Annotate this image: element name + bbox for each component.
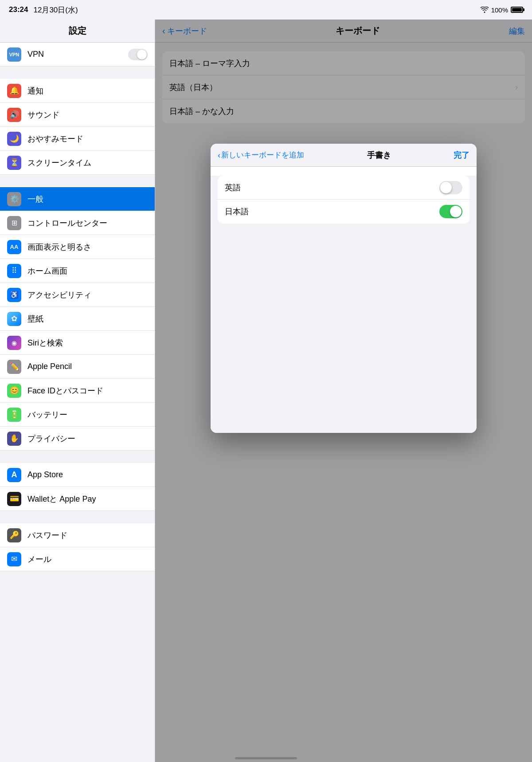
settings-item-general[interactable]: ⚙️一般 xyxy=(0,187,155,211)
siri-icon: ◉ xyxy=(7,336,21,350)
modal-overlay[interactable]: ‹ 新しいキーボードを追加 手書き 完了 英語日本語 xyxy=(155,20,532,762)
mail-icon: ✉ xyxy=(7,552,21,566)
modal-back-chevron-icon: ‹ xyxy=(218,150,220,160)
handwriting-modal: ‹ 新しいキーボードを追加 手書き 完了 英語日本語 xyxy=(211,144,477,433)
settings-item-password[interactable]: 🔑パスワード xyxy=(0,523,155,547)
settings-item-privacy[interactable]: ✋プライバシー xyxy=(0,427,155,451)
modal-header: ‹ 新しいキーボードを追加 手書き 完了 xyxy=(211,144,477,167)
applepencil-label: Apple Pencil xyxy=(27,362,148,371)
control-label: コントロールセンター xyxy=(27,218,148,228)
privacy-icon: ✋ xyxy=(7,432,21,446)
appstore-icon: A xyxy=(7,468,21,482)
faceid-label: Face IDとパスコード xyxy=(27,385,148,396)
modal-done-button[interactable]: 完了 xyxy=(454,150,469,161)
settings-item-display[interactable]: AA画面表示と明るさ xyxy=(0,235,155,259)
donotdisturb-label: おやすみモード xyxy=(27,134,148,144)
notification-label: 通知 xyxy=(27,86,148,96)
status-right: 100% xyxy=(481,6,523,14)
settings-title: 設定 xyxy=(69,25,86,37)
modal-lang-label-1: 日本語 xyxy=(225,206,439,217)
settings-item-wallpaper[interactable]: ✿壁紙 xyxy=(0,307,155,331)
home-label: ホーム画面 xyxy=(27,266,148,276)
status-time: 23:24 xyxy=(9,5,28,14)
modal-content: 英語日本語 xyxy=(211,176,477,433)
modal-back-label: 新しいキーボードを追加 xyxy=(221,150,304,160)
settings-item-accessibility[interactable]: ♿アクセシビリティ xyxy=(0,283,155,307)
settings-list: VPNVPN🔔通知🔊サウンド🌙おやすみモード⏳スクリーンタイム⚙️一般⊞コントロ… xyxy=(0,43,155,571)
vpn-icon: VPN xyxy=(7,47,21,62)
modal-lang-item-1[interactable]: 日本語 xyxy=(218,200,469,224)
control-icon: ⊞ xyxy=(7,216,21,230)
password-label: パスワード xyxy=(27,530,148,541)
password-icon: 🔑 xyxy=(7,528,21,542)
modal-lang-item-0[interactable]: 英語 xyxy=(218,176,469,200)
notification-icon: 🔔 xyxy=(7,84,21,98)
battery-percentage: 100% xyxy=(491,6,508,14)
applepencil-icon: ✏️ xyxy=(7,360,21,374)
settings-item-wallet[interactable]: 💳Walletと Apple Pay xyxy=(0,487,155,511)
status-bar: 23:24 12月30日(水) 100% xyxy=(0,0,532,20)
accessibility-icon: ♿ xyxy=(7,288,21,302)
mail-label: メール xyxy=(27,554,148,565)
settings-item-donotdisturb[interactable]: 🌙おやすみモード xyxy=(0,127,155,151)
general-label: 一般 xyxy=(27,194,148,204)
screentime-label: スクリーンタイム xyxy=(27,157,148,168)
vpn-label: VPN xyxy=(27,50,128,59)
battery-icon: 🔋 xyxy=(7,408,21,422)
settings-item-applepencil[interactable]: ✏️Apple Pencil xyxy=(0,355,155,379)
faceid-icon: 😊 xyxy=(7,384,21,398)
status-date: 12月30日(水) xyxy=(33,5,78,15)
modal-language-section: 英語日本語 xyxy=(218,176,469,224)
wallet-label: Walletと Apple Pay xyxy=(27,494,148,504)
settings-item-appstore[interactable]: AApp Store xyxy=(0,463,155,487)
settings-item-sound[interactable]: 🔊サウンド xyxy=(0,103,155,127)
sound-icon: 🔊 xyxy=(7,108,21,122)
battery-label: バッテリー xyxy=(27,409,148,420)
accessibility-label: アクセシビリティ xyxy=(27,290,148,300)
settings-item-mail[interactable]: ✉メール xyxy=(0,547,155,571)
left-panel: 設定 VPNVPN🔔通知🔊サウンド🌙おやすみモード⏳スクリーンタイム⚙️一般⊞コ… xyxy=(0,20,155,762)
wallpaper-label: 壁紙 xyxy=(27,314,148,324)
vpn-toggle[interactable] xyxy=(128,49,148,60)
privacy-label: プライバシー xyxy=(27,433,148,444)
settings-item-faceid[interactable]: 😊Face IDとパスコード xyxy=(0,379,155,403)
wallpaper-icon: ✿ xyxy=(7,312,21,326)
settings-item-notification[interactable]: 🔔通知 xyxy=(0,79,155,103)
right-panel: ‹ キーボード キーボード 編集 日本語 – ローマ字入力英語（日本）›日本語 … xyxy=(155,20,532,762)
left-header: 設定 xyxy=(0,20,155,43)
wallet-icon: 💳 xyxy=(7,492,21,506)
modal-lang-toggle-0[interactable] xyxy=(439,181,462,194)
settings-item-siri[interactable]: ◉Siriと検索 xyxy=(0,331,155,355)
settings-item-screentime[interactable]: ⏳スクリーンタイム xyxy=(0,151,155,175)
wifi-icon xyxy=(481,7,489,13)
settings-item-control[interactable]: ⊞コントロールセンター xyxy=(0,211,155,235)
modal-title: 手書き xyxy=(367,150,391,161)
battery-icon xyxy=(511,7,523,13)
donotdisturb-icon: 🌙 xyxy=(7,132,21,146)
screentime-icon: ⏳ xyxy=(7,156,21,170)
general-icon: ⚙️ xyxy=(7,192,21,206)
settings-item-vpn[interactable]: VPNVPN xyxy=(0,43,155,67)
settings-item-battery[interactable]: 🔋バッテリー xyxy=(0,403,155,427)
display-label: 画面表示と明るさ xyxy=(27,242,148,252)
main-layout: 設定 VPNVPN🔔通知🔊サウンド🌙おやすみモード⏳スクリーンタイム⚙️一般⊞コ… xyxy=(0,20,532,762)
appstore-label: App Store xyxy=(27,470,148,479)
sound-label: サウンド xyxy=(27,110,148,120)
settings-item-home[interactable]: ⠿ホーム画面 xyxy=(0,259,155,283)
siri-label: Siriと検索 xyxy=(27,338,148,348)
display-icon: AA xyxy=(7,240,21,254)
modal-lang-toggle-1[interactable] xyxy=(439,205,462,218)
home-icon: ⠿ xyxy=(7,264,21,278)
modal-lang-label-0: 英語 xyxy=(225,182,439,193)
modal-back-button[interactable]: ‹ 新しいキーボードを追加 xyxy=(218,150,304,160)
